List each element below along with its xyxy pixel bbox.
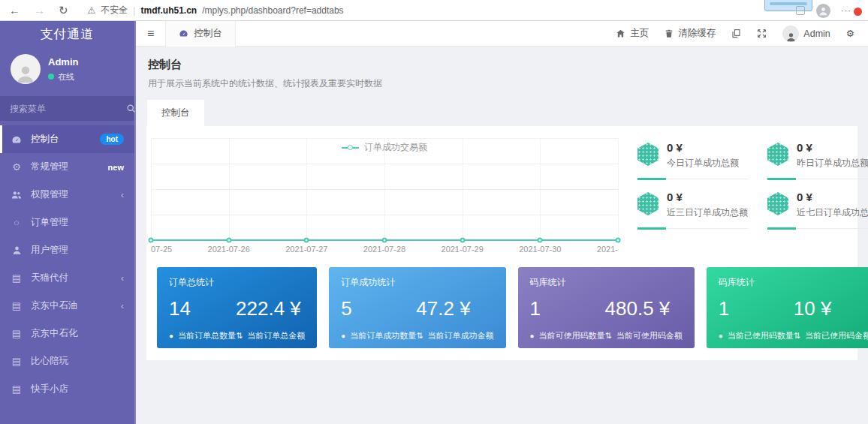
sidebar-item-dashboard[interactable]: 控制台 hot: [0, 125, 134, 153]
home-label: 主页: [630, 27, 649, 40]
stat-label: 近三日订单成功总额: [667, 206, 748, 219]
hamburger-icon[interactable]: ≡: [136, 27, 165, 41]
sidebar-search[interactable]: [0, 96, 134, 121]
search-icon[interactable]: [126, 104, 136, 113]
copy-tab-button[interactable]: [731, 29, 741, 38]
home-button[interactable]: 主页: [616, 27, 649, 40]
card-count: 5: [341, 297, 416, 320]
warning-icon: ⚠: [88, 5, 96, 16]
address-bar[interactable]: ⚠ 不安全 | tmdf.uh51.cn /mplys.php/dashboar…: [88, 4, 344, 17]
sidebar-item-label: 控制台: [31, 133, 59, 146]
clear-cache-button[interactable]: 清除缓存: [665, 27, 716, 40]
chart-point[interactable]: [616, 238, 621, 243]
sidebar-item-label: 京东中石油: [31, 299, 78, 312]
browser-menu-icon[interactable]: ···: [841, 6, 862, 15]
card-amount: 222.4 ¥: [236, 297, 305, 320]
sidebar-item-label: 权限管理: [31, 188, 68, 201]
admin-menu[interactable]: Admin: [782, 26, 830, 42]
stat-yesterday: 0 ¥ 昨日订单成功总额: [767, 141, 868, 179]
browser-nav: ← → ↻: [0, 4, 68, 17]
sidebar-item-kuaishou[interactable]: ▤ 快手小店: [0, 375, 134, 403]
search-input[interactable]: [10, 104, 126, 114]
url-host: tmdf.uh51.cn: [140, 5, 197, 16]
sort-amount-icon: ⇅: [605, 331, 612, 341]
page-title: 控制台: [148, 58, 856, 72]
tachometer-icon: [179, 29, 188, 38]
main-content: 控制台 用于展示当前系统中的统计数据、统计报表及重要实时数据 控制台 订单成功交…: [136, 47, 868, 424]
chart-point[interactable]: [149, 238, 154, 243]
sidebar-item-users[interactable]: 用户管理: [0, 236, 134, 264]
chart-legend[interactable]: 订单成功交易额: [151, 141, 618, 154]
x-tick-label: 2021-07-27: [285, 245, 327, 254]
browser-bar: ← → ↻ ⚠ 不安全 | tmdf.uh51.cn /mplys.php/da…: [0, 0, 868, 21]
security-label: 不安全: [101, 4, 128, 17]
refresh-icon[interactable]: ↻: [59, 4, 68, 17]
avatar: [782, 26, 799, 42]
sidebar-item-jd-sinopec-oil[interactable]: ▤ 京东中石油 ‹: [0, 292, 134, 320]
stat-value: 0 ¥: [797, 141, 868, 154]
hexagon-icon: [767, 192, 788, 215]
sidebar-item-label: 快手小店: [31, 383, 68, 395]
card-code-used[interactable]: 码库统计 1 10 ¥ ●当前已使用码数量 ⇅当前已使用码金额: [707, 267, 868, 348]
x-tick-label: 2021-07-30: [519, 245, 561, 254]
home-icon: [616, 29, 625, 38]
sidebar-item-general[interactable]: ⚙ 常规管理 new: [0, 153, 134, 181]
card-count: 14: [169, 297, 236, 320]
sidebar-item-jd-sinopec[interactable]: ▤ 京东中石化: [0, 320, 134, 347]
sidebar-item-tmall[interactable]: ▤ 天猫代付 ‹: [0, 264, 134, 292]
fullscreen-button[interactable]: [757, 29, 767, 38]
clear-cache-label: 清除缓存: [678, 27, 716, 40]
card-count-label: 当前已使用码数量: [728, 330, 794, 341]
card-count-label: 当前订单成功数量: [350, 330, 416, 341]
users-icon: [11, 190, 23, 200]
trash-icon: [665, 29, 674, 38]
person-icon: [785, 32, 797, 42]
sidebar: 支付通道 Admin 在线: [0, 21, 136, 424]
header-tab-dashboard[interactable]: 控制台: [165, 21, 236, 47]
browser-notification-popup[interactable]: [764, 0, 812, 11]
back-icon[interactable]: ←: [9, 4, 20, 17]
ellipsis-icon: ···: [841, 6, 851, 15]
dot-icon: ●: [719, 332, 723, 340]
circle-icon: ○: [11, 217, 23, 228]
gear-icon: ⚙: [846, 28, 854, 39]
legend-marker-icon: [342, 145, 359, 150]
status-label: 在线: [58, 71, 74, 83]
card-total-orders[interactable]: 订单总统计 14 222.4 ¥ ●当前订单总数量 ⇅当前订单总金额: [157, 267, 317, 348]
sidebar-item-label: 京东中石化: [31, 327, 78, 340]
sidebar-item-bixin[interactable]: ▤ 比心陪玩: [0, 347, 134, 375]
table-icon: ▤: [11, 300, 23, 311]
extension-icon[interactable]: [796, 6, 805, 15]
card-title: 码库统计: [719, 276, 868, 289]
chart-point[interactable]: [538, 238, 543, 243]
table-icon: ▤: [11, 272, 23, 284]
chart-point[interactable]: [304, 238, 309, 243]
hot-badge: hot: [100, 134, 124, 145]
sidebar-item-label: 天猫代付: [31, 272, 68, 284]
chart-point[interactable]: [382, 238, 387, 243]
tab-dashboard[interactable]: 控制台: [147, 100, 204, 126]
new-badge: new: [108, 163, 124, 172]
browser-profile-avatar[interactable]: [816, 4, 830, 18]
user-icon: [11, 245, 23, 255]
card-success-orders[interactable]: 订单成功统计 5 47.2 ¥ ●当前订单成功数量 ⇅当前订单成功金额: [329, 267, 505, 348]
settings-button[interactable]: ⚙: [846, 28, 854, 39]
dot-icon: ●: [530, 332, 535, 340]
chart-point[interactable]: [460, 238, 465, 243]
stat-value: 0 ¥: [667, 191, 748, 203]
stat-label: 今日订单成功总额: [667, 157, 739, 170]
cogs-icon: ⚙: [11, 161, 23, 173]
stat-value: 0 ¥: [667, 141, 739, 154]
sidebar-item-permissions[interactable]: 权限管理 ‹: [0, 181, 134, 209]
sidebar-item-orders[interactable]: ○ 订单管理: [0, 209, 134, 236]
chart-point[interactable]: [226, 238, 231, 243]
person-icon: [818, 6, 828, 16]
orders-line-chart[interactable]: 订单成功交易额: [146, 134, 618, 256]
admin-name-label: Admin: [803, 29, 830, 39]
user-profile[interactable]: Admin 在线: [0, 48, 134, 92]
forward-icon[interactable]: →: [34, 4, 45, 17]
stat-3days: 0 ¥ 近三日订单成功总额: [637, 191, 748, 229]
x-tick-label: 2021-07-31: [597, 245, 618, 254]
card-code-available[interactable]: 码库统计 1 480.5 ¥ ●当前可使用码数量 ⇅当前可使用码金额: [518, 267, 695, 348]
card-count-label: 当前订单总数量: [178, 330, 236, 341]
